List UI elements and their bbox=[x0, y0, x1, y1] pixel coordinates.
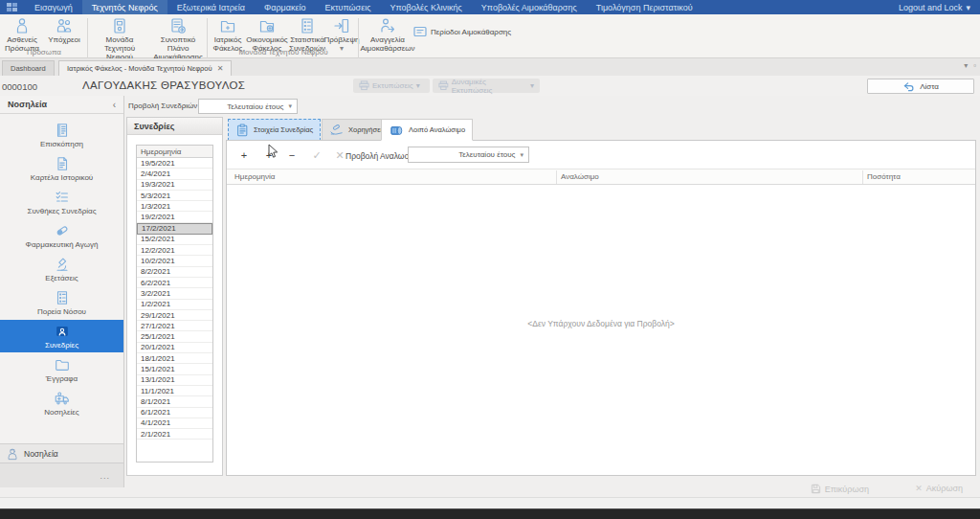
confirm-label: Επικύρωση bbox=[825, 485, 869, 494]
sidebar-item-history-card[interactable]: Καρτέλα Ιστορικού bbox=[0, 152, 123, 185]
session-date-row[interactable]: 15/2/2021 bbox=[137, 235, 212, 245]
add-row-button[interactable]: + bbox=[234, 147, 254, 163]
financial-file-button[interactable]: Οικονομικός Φάκελος bbox=[247, 16, 287, 51]
top-menubar: Εισαγωγή Τεχνητός Νεφρός Εξωτερικά Ιατρε… bbox=[0, 0, 980, 14]
sessions-panel: Συνεδρίες Ημερομηνία 19/5/2021 2/4/2021 … bbox=[126, 117, 223, 476]
column-header-date[interactable]: Ημερομηνία bbox=[234, 172, 275, 181]
accept-changes-button[interactable]: ✓ bbox=[307, 147, 326, 163]
logout-button[interactable]: Logout and Lock ▾ bbox=[889, 0, 980, 14]
tab-session-details[interactable]: Στοιχεία Συνεδρίας bbox=[228, 119, 321, 141]
pin-icon[interactable]: ▫ bbox=[973, 61, 976, 70]
list-button[interactable]: Λίστα bbox=[867, 79, 974, 94]
session-date-row[interactable]: 19/3/2021 bbox=[137, 180, 212, 191]
sessions-view-combo[interactable]: Τελευταίου έτους ▾ bbox=[198, 99, 298, 114]
patient-name: ΛΑΓΟΥΔΑΚΗΣ ΘΡΑΣΥΒΟΥΛΟΣ bbox=[82, 79, 245, 91]
sidebar-item-documents[interactable]: Έγγραφα bbox=[0, 353, 123, 386]
sidebar-item-sessions[interactable]: Συνεδρίες bbox=[0, 320, 123, 352]
sidebar-item-disease-course[interactable]: Πορεία Νόσου bbox=[0, 286, 123, 319]
session-date-row[interactable]: 11/1/2021 bbox=[137, 386, 212, 396]
print-label: Εκτυπώσεις bbox=[372, 81, 413, 90]
obligors-button[interactable]: Υπόχρεοι bbox=[44, 16, 84, 51]
sidebar-overflow[interactable]: ... bbox=[0, 463, 123, 487]
session-stats-button[interactable]: Στατιστικά Συνεδριών bbox=[288, 16, 326, 51]
medical-file-button[interactable]: Ιατρικός Φάκελος bbox=[210, 16, 246, 51]
save-icon bbox=[811, 484, 821, 494]
session-date-row[interactable]: 18/1/2021 bbox=[137, 353, 212, 364]
session-date-row[interactable]: 8/2/2021 bbox=[137, 267, 212, 278]
session-date-row[interactable]: 8/1/2021 bbox=[137, 396, 212, 407]
left-sidebar: Νοσηλεία ‹ Επισκόπηση Καρτέλα Ιστορικού … bbox=[0, 96, 124, 487]
mouse-cursor bbox=[268, 144, 278, 159]
tab-other-consumables[interactable]: Λοιπό Αναλώσιμο bbox=[381, 119, 473, 141]
sidebar-header[interactable]: Νοσηλεία ‹ bbox=[0, 96, 123, 114]
session-date-row[interactable]: 15/1/2021 bbox=[137, 364, 212, 374]
session-date-list: 19/5/2021 2/4/2021 19/3/2021 5/3/2021 1/… bbox=[137, 158, 212, 440]
delete-row-button[interactable]: − bbox=[282, 147, 301, 163]
session-date-row[interactable]: 19/5/2021 bbox=[137, 158, 212, 169]
menu-item[interactable]: Υποβολές Κλινικής bbox=[381, 0, 472, 14]
session-date-row[interactable]: 1/3/2021 bbox=[137, 201, 212, 212]
menu-item[interactable]: Φαρμακείο bbox=[255, 0, 315, 14]
column-header-quantity[interactable]: Ποσότητα bbox=[867, 172, 901, 181]
session-date-row[interactable]: 20/1/2021 bbox=[137, 343, 212, 353]
financial-folder-icon bbox=[257, 16, 277, 35]
session-date-row[interactable]: 12/2/2021 bbox=[137, 245, 212, 256]
dialysis-machine-icon bbox=[110, 16, 129, 35]
sidebar-item-tests[interactable]: Εξετάσεις bbox=[0, 253, 123, 285]
session-date-row[interactable]: 13/1/2021 bbox=[137, 375, 212, 386]
ribbon-group-unit: Μονάδα Τεχνητού Νεφρού bbox=[210, 48, 357, 56]
unit-button[interactable]: Μονάδα Τεχνητού Νεφρού bbox=[90, 16, 149, 51]
session-date-row[interactable]: 6/1/2021 bbox=[137, 408, 212, 418]
sidebar-item-label: Φαρμακευτική Αγωγή bbox=[26, 240, 99, 249]
session-date-row[interactable]: 5/3/2021 bbox=[137, 191, 212, 201]
patients-button[interactable]: Ασθενείς Πρόσωπα bbox=[2, 16, 42, 51]
tab-dashboard[interactable]: Dashboard bbox=[2, 60, 55, 76]
sidebar-item-session-conditions[interactable]: Συνθήκες Συνεδρίας bbox=[0, 186, 123, 218]
session-date-row[interactable]: 27/1/2021 bbox=[137, 321, 212, 331]
forecast-label: Πρόβλεψη bbox=[323, 35, 359, 44]
sidebar-section-hospitalization[interactable]: Νοσηλεία bbox=[0, 443, 123, 463]
clipboard-icon bbox=[235, 124, 249, 137]
sidebar-item-label: Έγγραφα bbox=[46, 374, 78, 383]
pill-icon bbox=[54, 222, 71, 239]
session-date-row[interactable]: 19/2/2021 bbox=[137, 212, 212, 222]
tab-list-chevron-icon[interactable]: ▾ bbox=[964, 61, 968, 70]
session-date-row[interactable]: 3/2/2021 bbox=[137, 288, 212, 299]
column-separator bbox=[556, 170, 557, 184]
tab-medical-file-label: Ιατρικός Φάκελος - Μονάδα Τεχνητού Νεφρο… bbox=[67, 64, 212, 73]
sidebar-item-medication[interactable]: Φαρμακευτική Αγωγή bbox=[0, 219, 123, 252]
sidebar-item-overview[interactable]: Επισκόπηση bbox=[0, 119, 123, 151]
session-date-row[interactable]: 2/1/2021 bbox=[137, 429, 212, 440]
session-date-row[interactable]: 2/4/2021 bbox=[137, 169, 212, 179]
sidebar-item-hospitalizations[interactable]: Νοσηλείες bbox=[0, 387, 123, 419]
menu-item[interactable]: Υποβολές Αιμοκάθαρσης bbox=[472, 0, 587, 14]
session-date-row[interactable]: 10/2/2021 bbox=[137, 256, 212, 266]
printer-icon bbox=[438, 80, 449, 91]
tab-medical-file[interactable]: Ιατρικός Φάκελος - Μονάδα Τεχνητού Νεφρο… bbox=[58, 60, 232, 76]
session-date-row[interactable]: 6/2/2021 bbox=[137, 278, 212, 288]
menu-item[interactable]: Τιμολόγηση Περιστατικού bbox=[587, 0, 702, 14]
date-column-header[interactable]: Ημερομηνία bbox=[137, 146, 212, 158]
menu-item[interactable]: Εξωτερικά Ιατρεία bbox=[167, 0, 255, 14]
summary-plan-button[interactable]: Συνοπτικό Πλάνο Αιμοκάθαρσης bbox=[150, 16, 206, 51]
close-tab-icon[interactable]: ✕ bbox=[217, 64, 224, 73]
menu-item[interactable]: Εισαγωγή bbox=[25, 0, 82, 14]
consumables-page: + + − ✓ ✕ Προβολή Αναλωσίμων Τελευταίου … bbox=[226, 140, 976, 476]
session-date-row[interactable]: 1/2/2021 bbox=[137, 300, 212, 310]
periods-button[interactable]: Περίοδοι Αιμοκάθαρσης bbox=[413, 26, 511, 37]
session-date-row[interactable]: 4/1/2021 bbox=[137, 418, 212, 429]
periods-label: Περίοδοι Αιμοκάθαρσης bbox=[431, 28, 511, 36]
session-date-row[interactable]: 17/2/2021 bbox=[137, 223, 212, 235]
microscope-icon bbox=[54, 256, 71, 273]
collapse-sidebar-icon[interactable]: ‹ bbox=[113, 100, 116, 110]
history-card-icon bbox=[54, 155, 71, 172]
disease-course-list-icon bbox=[54, 289, 71, 306]
session-date-row[interactable]: 29/1/2021 bbox=[137, 310, 212, 321]
menu-item[interactable]: Εκτυπώσεις bbox=[316, 0, 381, 14]
announcement-button[interactable]: Αναγγελία Αιμοκαθάρσεων bbox=[362, 16, 413, 51]
column-header-consumable[interactable]: Αναλώσιμο bbox=[561, 172, 599, 181]
menu-item[interactable]: Τεχνητός Νεφρός bbox=[82, 0, 167, 14]
session-date-row[interactable]: 25/1/2021 bbox=[137, 331, 212, 342]
consumables-view-combo[interactable]: Τελευταίου έτους ▾ bbox=[408, 147, 529, 163]
forecast-button[interactable]: Πρόβλεψη ▾ bbox=[327, 16, 356, 51]
